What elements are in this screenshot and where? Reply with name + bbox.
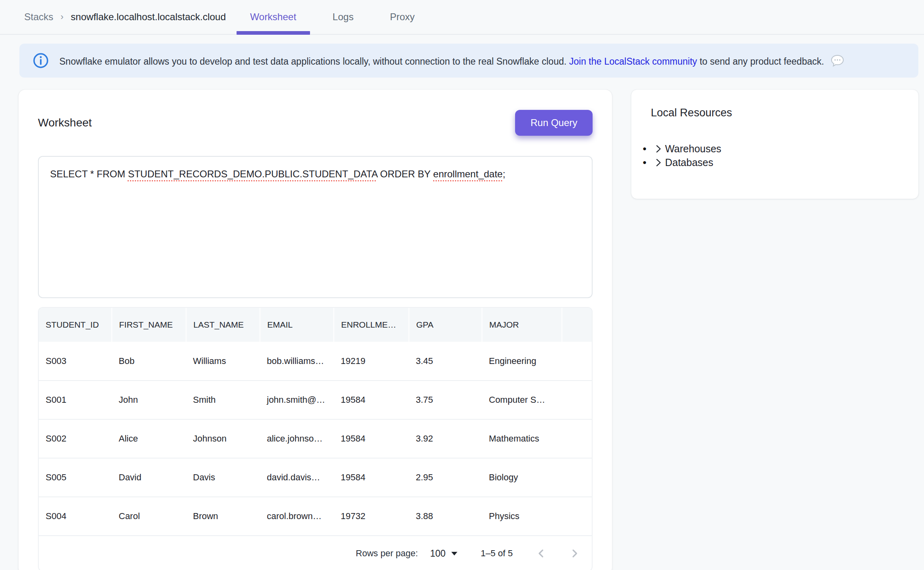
table-cell: S002 [39,419,112,458]
tree-item-label: Warehouses [665,142,721,156]
tab-logs[interactable]: Logs [319,0,367,34]
table-cell: Computer S… [482,381,562,419]
rows-per-page-value: 100 [430,548,445,559]
table-cell: 3.88 [409,497,482,536]
table-row: S003BobWilliamsbob.williams…192193.45Eng… [39,342,592,381]
table-cell: Williams [186,342,260,381]
breadcrumb-stacks-link[interactable]: Stacks [24,11,53,23]
results-header-row: STUDENT_IDFIRST_NAMELAST_NAMEEMAILENROLL… [39,308,592,342]
worksheet-title: Worksheet [38,116,92,129]
top-nav: Stacks › snowflake.localhost.localstack.… [0,0,924,35]
table-cell: 19732 [334,497,409,536]
table-cell: 2.95 [409,458,482,497]
table-cell: david.davis… [260,458,334,497]
table-cell: alice.johnso… [260,419,334,458]
table-cell-spacer [562,342,592,381]
chevron-right-icon [653,157,664,168]
results-table-body: S003BobWilliamsbob.williams…192193.45Eng… [39,342,592,536]
column-header[interactable]: EMAIL [260,308,334,342]
sql-orderby-segment: ORDER BY [377,168,433,179]
column-header[interactable]: LAST_NAME [186,308,260,342]
table-cell: 19584 [334,419,409,458]
tree-item-warehouses[interactable]: • Warehouses [643,142,899,156]
breadcrumb: Stacks › snowflake.localhost.localstack.… [24,0,226,34]
table-cell: John [112,381,186,419]
table-cell: Carol [112,497,186,536]
column-header[interactable]: GPA [409,308,482,342]
banner-community-link[interactable]: Join the LocalStack community [569,56,697,67]
table-cell: Brown [186,497,260,536]
tab-label: Worksheet [250,11,296,23]
table-cell: bob.williams… [260,342,334,381]
table-cell-spacer [562,381,592,419]
table-row: S004CarolBrowncarol.brown…197323.88Physi… [39,497,592,536]
column-header[interactable]: MAJOR [482,308,562,342]
table-cell: 3.45 [409,342,482,381]
sql-keyword-segment: SELECT * FROM [50,168,128,179]
pagination-bar: Rows per page: 100 1–5 of 5 [39,536,592,570]
table-cell: 3.92 [409,419,482,458]
sql-editor[interactable]: SELECT * FROM STUDENT_RECORDS_DEMO.PUBLI… [38,156,593,298]
table-cell: 19584 [334,458,409,497]
column-header-spacer [562,308,592,342]
main-content: Worksheet Run Query SELECT * FROM STUDEN… [19,90,918,570]
table-row: S001JohnSmithjohn.smith@…195843.75Comput… [39,381,592,419]
worksheet-panel: Worksheet Run Query SELECT * FROM STUDEN… [19,90,612,570]
banner-text-after: to send any product feedback. [697,56,824,67]
breadcrumb-stack-name: snowflake.localhost.localstack.cloud [71,11,226,23]
table-cell: Mathematics [482,419,562,458]
tab-proxy[interactable]: Proxy [376,0,428,34]
table-cell: Davis [186,458,260,497]
table-cell: Physics [482,497,562,536]
table-cell: 3.75 [409,381,482,419]
banner-text-before: Snowflake emulator allows you to develop… [59,56,569,67]
sql-column-segment: enrollment_date [433,168,503,179]
column-header[interactable]: STUDENT_ID [39,308,112,342]
sql-terminator-segment: ; [503,168,505,179]
worksheet-header: Worksheet Run Query [38,110,593,136]
column-header[interactable]: ENROLLME… [334,308,409,342]
next-page-button[interactable] [568,547,580,559]
column-header[interactable]: FIRST_NAME [112,308,186,342]
speech-bubble-icon [831,55,844,67]
previous-page-button[interactable] [535,547,547,559]
chevron-down-icon [451,552,457,555]
bullet-icon: • [643,156,646,169]
info-banner: Snowflake emulator allows you to develop… [19,44,918,78]
table-cell: 19584 [334,381,409,419]
local-resources-title: Local Resources [651,107,899,119]
tab-label: Proxy [390,11,415,23]
table-cell: Johnson [186,419,260,458]
table-cell: Biology [482,458,562,497]
info-icon [33,53,49,69]
tab-bar: Worksheet Logs Proxy [237,0,429,34]
table-row: S005DavidDavisdavid.davis…195842.95Biolo… [39,458,592,497]
tab-worksheet[interactable]: Worksheet [237,0,310,34]
tree-item-databases[interactable]: • Databases [643,156,899,169]
local-resources-panel: Local Resources • Warehouses • Datab [631,90,918,199]
chevron-left-icon [535,547,547,559]
table-cell: S004 [39,497,112,536]
table-cell: Bob [112,342,186,381]
tree-item-label: Databases [665,156,713,169]
table-cell-spacer [562,497,592,536]
sql-table-segment: STUDENT_RECORDS_DEMO.PUBLIC.STUDENT_DATA [128,168,377,179]
table-cell-spacer [562,419,592,458]
run-query-button[interactable]: Run Query [515,110,593,136]
table-cell: S003 [39,342,112,381]
table-cell-spacer [562,458,592,497]
table-cell: David [112,458,186,497]
pagination-range-text: 1–5 of 5 [481,548,513,559]
table-cell: carol.brown… [260,497,334,536]
table-cell: Engineering [482,342,562,381]
table-cell: 19219 [334,342,409,381]
bullet-icon: • [643,142,646,156]
chevron-right-icon [653,143,664,154]
results-table: STUDENT_IDFIRST_NAMELAST_NAMEEMAILENROLL… [39,308,592,536]
table-cell: john.smith@… [260,381,334,419]
tab-label: Logs [333,11,354,23]
rows-per-page-select[interactable]: 100 [430,548,457,559]
chevron-right-icon [568,547,580,559]
rows-per-page-label: Rows per page: [356,548,418,559]
breadcrumb-separator-icon: › [61,12,63,22]
